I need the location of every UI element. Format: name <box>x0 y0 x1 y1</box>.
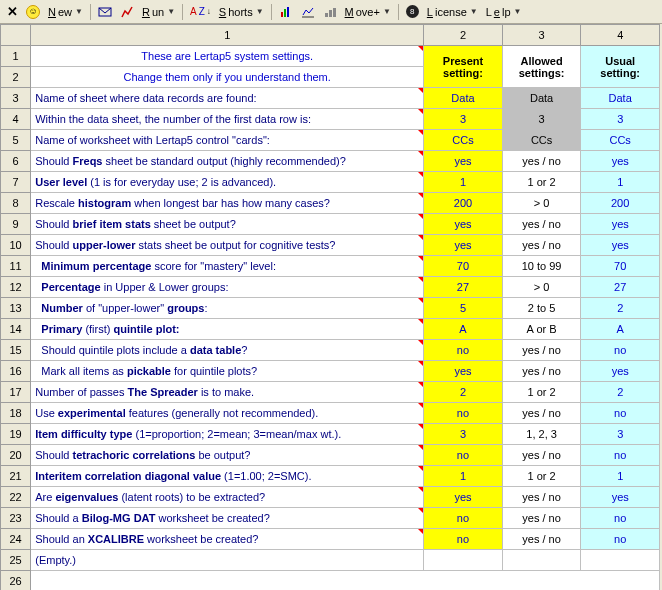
row-header[interactable]: 26 <box>1 571 31 591</box>
row-header[interactable]: 15 <box>1 340 31 361</box>
allowed-value[interactable]: yes / no <box>502 214 581 235</box>
row-header[interactable]: 16 <box>1 361 31 382</box>
usual-value[interactable]: no <box>581 508 660 529</box>
usual-value[interactable]: Data <box>581 88 660 109</box>
move-menu[interactable]: Move+▼ <box>342 4 394 20</box>
usual-value[interactable]: 200 <box>581 193 660 214</box>
present-value[interactable]: 1 <box>424 172 503 193</box>
setting-desc[interactable]: Should a Bilog-MG DAT worksheet be creat… <box>31 508 424 529</box>
setting-desc[interactable]: Within the data sheet, the number of the… <box>31 109 424 130</box>
allowed-value[interactable]: > 0 <box>502 193 581 214</box>
instructions-2[interactable]: Change them only if you understand them. <box>31 67 424 88</box>
row-header[interactable]: 22 <box>1 487 31 508</box>
setting-desc[interactable]: Should tetrachoric correlations be outpu… <box>31 445 424 466</box>
present-value[interactable]: Data <box>424 88 503 109</box>
row-header[interactable]: 21 <box>1 466 31 487</box>
present-value[interactable]: no <box>424 445 503 466</box>
present-value[interactable]: no <box>424 340 503 361</box>
row-header[interactable]: 14 <box>1 319 31 340</box>
allowed-value[interactable]: yes / no <box>502 487 581 508</box>
setting-desc[interactable]: Percentage in Upper & Lower groups: <box>31 277 424 298</box>
row-header[interactable]: 4 <box>1 109 31 130</box>
usual-value[interactable]: yes <box>581 361 660 382</box>
present-value[interactable]: CCs <box>424 130 503 151</box>
allowed-value[interactable]: > 0 <box>502 277 581 298</box>
col-header-2[interactable]: 2 <box>424 25 503 46</box>
setting-desc[interactable]: Primary (first) quintile plot: <box>31 319 424 340</box>
usual-value[interactable]: 3 <box>581 424 660 445</box>
setting-desc[interactable]: Are eigenvalues (latent roots) to be ext… <box>31 487 424 508</box>
row-header[interactable]: 6 <box>1 151 31 172</box>
select-all-corner[interactable] <box>1 25 31 46</box>
usual-value[interactable]: 3 <box>581 109 660 130</box>
allowed-header[interactable]: Allowed settings: <box>502 46 581 88</box>
row-header[interactable]: 11 <box>1 256 31 277</box>
usual-value[interactable]: yes <box>581 151 660 172</box>
allowed-value[interactable]: yes / no <box>502 529 581 550</box>
present-value[interactable]: no <box>424 529 503 550</box>
col-header-3[interactable]: 3 <box>502 25 581 46</box>
setting-desc[interactable]: Should quintile plots include a data tab… <box>31 340 424 361</box>
row-header[interactable]: 19 <box>1 424 31 445</box>
ball-icon[interactable]: 8 <box>403 3 422 20</box>
col-header-4[interactable]: 4 <box>581 25 660 46</box>
present-value[interactable]: no <box>424 403 503 424</box>
row-header[interactable]: 5 <box>1 130 31 151</box>
chart-icon-2[interactable] <box>298 3 318 21</box>
usual-value[interactable]: no <box>581 445 660 466</box>
row-header[interactable]: 10 <box>1 235 31 256</box>
allowed-value[interactable]: CCs <box>502 130 581 151</box>
row-header[interactable]: 3 <box>1 88 31 109</box>
help-menu[interactable]: Lelp▼ <box>483 4 525 20</box>
setting-desc[interactable]: Minimum percentage score for "mastery" l… <box>31 256 424 277</box>
setting-desc[interactable]: Name of sheet where data records are fou… <box>31 88 424 109</box>
usual-value[interactable]: no <box>581 403 660 424</box>
row-header[interactable]: 13 <box>1 298 31 319</box>
present-value[interactable]: no <box>424 508 503 529</box>
present-value[interactable]: 5 <box>424 298 503 319</box>
setting-desc[interactable]: Item difficulty type (1=proportion; 2=me… <box>31 424 424 445</box>
smiley-icon[interactable]: ☺ <box>23 3 43 21</box>
row-header[interactable]: 18 <box>1 403 31 424</box>
present-value[interactable]: 3 <box>424 424 503 445</box>
setting-desc[interactable]: Rescale histogram when longest bar has h… <box>31 193 424 214</box>
usual-value[interactable]: CCs <box>581 130 660 151</box>
usual-value[interactable]: 2 <box>581 298 660 319</box>
present-header[interactable]: Present setting: <box>424 46 503 88</box>
usual-value[interactable]: 1 <box>581 466 660 487</box>
sort-icon[interactable]: AZ↓ <box>187 4 214 19</box>
row-header[interactable]: 25 <box>1 550 31 571</box>
present-value[interactable]: yes <box>424 151 503 172</box>
usual-header[interactable]: Usual setting: <box>581 46 660 88</box>
row-header[interactable]: 23 <box>1 508 31 529</box>
col-header-1[interactable]: 1 <box>31 25 424 46</box>
usual-value[interactable]: 2 <box>581 382 660 403</box>
row-header[interactable]: 20 <box>1 445 31 466</box>
icon-1[interactable] <box>95 3 115 21</box>
icon-2[interactable] <box>117 3 137 21</box>
present-value[interactable]: 70 <box>424 256 503 277</box>
row-header[interactable]: 2 <box>1 67 31 88</box>
setting-desc[interactable]: Should Freqs sheet be standard output (h… <box>31 151 424 172</box>
setting-desc[interactable]: User level (1 is for everyday use; 2 is … <box>31 172 424 193</box>
present-value[interactable]: yes <box>424 361 503 382</box>
setting-desc[interactable]: Name of worksheet with Lertap5 control "… <box>31 130 424 151</box>
chart-icon-3[interactable] <box>320 3 340 21</box>
row-header[interactable]: 9 <box>1 214 31 235</box>
setting-desc[interactable]: Should brief item stats sheet be output? <box>31 214 424 235</box>
setting-desc[interactable]: Number of "upper-lower" groups: <box>31 298 424 319</box>
usual-value[interactable]: A <box>581 319 660 340</box>
allowed-value[interactable]: A or B <box>502 319 581 340</box>
allowed-value[interactable]: 2 to 5 <box>502 298 581 319</box>
present-value[interactable]: 2 <box>424 382 503 403</box>
allowed-value[interactable]: yes / no <box>502 235 581 256</box>
present-value[interactable]: 200 <box>424 193 503 214</box>
allowed-value[interactable]: yes / no <box>502 445 581 466</box>
shorts-menu[interactable]: Shorts▼ <box>216 4 267 20</box>
present-value[interactable]: 3 <box>424 109 503 130</box>
setting-desc[interactable]: Should an XCALIBRE worksheet be created? <box>31 529 424 550</box>
usual-value[interactable]: 1 <box>581 172 660 193</box>
usual-value[interactable]: yes <box>581 214 660 235</box>
row-header[interactable]: 8 <box>1 193 31 214</box>
present-value[interactable]: 27 <box>424 277 503 298</box>
